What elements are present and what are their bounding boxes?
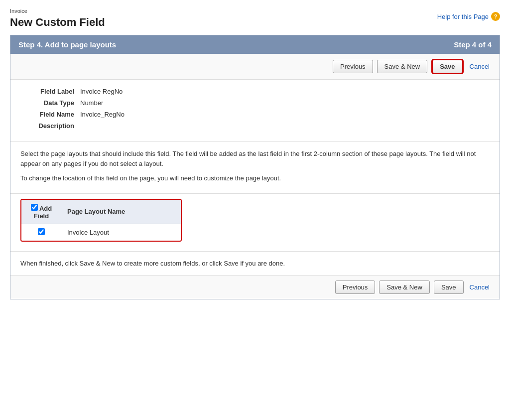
top-previous-button[interactable]: Previous — [333, 60, 373, 73]
description-row: Description — [20, 122, 490, 130]
data-type-value: Number — [80, 99, 103, 107]
table-header-row: Add Field Page Layout Name — [21, 200, 181, 224]
data-type-key: Data Type — [20, 99, 80, 107]
description-paragraph-2: To change the location of this field on … — [20, 173, 490, 183]
bottom-save-new-button[interactable]: Save & New — [379, 280, 430, 294]
help-link-label: Help for this Page — [437, 13, 489, 20]
row-checkbox[interactable] — [38, 228, 45, 235]
field-info: Field Label Invoice RegNo Data Type Numb… — [10, 80, 500, 142]
layout-table-area: Add Field Page Layout Name Invoice Layou… — [10, 194, 500, 252]
top-save-new-button[interactable]: Save & New — [377, 60, 428, 73]
description-area: Select the page layouts that should incl… — [10, 142, 500, 194]
page-title: New Custom Field — [10, 16, 105, 29]
layout-table-wrapper: Add Field Page Layout Name Invoice Layou… — [20, 199, 182, 242]
page-header: Invoice New Custom Field Help for this P… — [0, 0, 510, 35]
page-header-left: Invoice New Custom Field — [10, 8, 105, 29]
field-label-row: Field Label Invoice RegNo — [20, 88, 490, 95]
col-layout-name-header: Page Layout Name — [61, 200, 181, 224]
field-name-key: Field Name — [20, 111, 80, 118]
bottom-button-row: Previous Save & New Save Cancel — [10, 275, 500, 299]
field-name-row: Field Name Invoice_RegNo — [20, 111, 490, 118]
step-title: Step 4. Add to page layouts — [18, 40, 116, 49]
top-cancel-link[interactable]: Cancel — [468, 60, 492, 73]
col-add-field-header: Add Field — [21, 200, 61, 224]
help-icon: ? — [491, 12, 500, 21]
top-save-button[interactable]: Save — [431, 59, 463, 74]
top-button-row: Previous Save & New Save Cancel — [10, 54, 500, 80]
bottom-cancel-link[interactable]: Cancel — [468, 281, 492, 293]
field-label-value: Invoice RegNo — [80, 88, 123, 95]
field-name-value: Invoice_RegNo — [80, 111, 125, 118]
step-header: Step 4. Add to page layouts Step 4 of 4 — [10, 35, 500, 54]
footer-text-area: When finished, click Save & New to creat… — [10, 252, 500, 276]
table-row: Invoice Layout — [21, 224, 181, 241]
step-number: Step 4 of 4 — [454, 40, 492, 49]
breadcrumb: Invoice — [10, 8, 105, 14]
row-layout-name: Invoice Layout — [61, 224, 181, 241]
bottom-previous-button[interactable]: Previous — [335, 280, 376, 294]
layout-table: Add Field Page Layout Name Invoice Layou… — [21, 200, 181, 241]
description-paragraph-1: Select the page layouts that should incl… — [20, 149, 490, 168]
select-all-checkbox[interactable] — [31, 204, 38, 211]
help-link[interactable]: Help for this Page ? — [437, 12, 500, 21]
footer-text: When finished, click Save & New to creat… — [20, 260, 285, 267]
data-type-row: Data Type Number — [20, 99, 490, 107]
bottom-save-button[interactable]: Save — [434, 280, 464, 294]
step-panel: Step 4. Add to page layouts Step 4 of 4 … — [10, 35, 500, 299]
field-label-key: Field Label — [20, 88, 80, 95]
row-checkbox-cell — [21, 224, 61, 241]
description-key: Description — [20, 122, 80, 130]
